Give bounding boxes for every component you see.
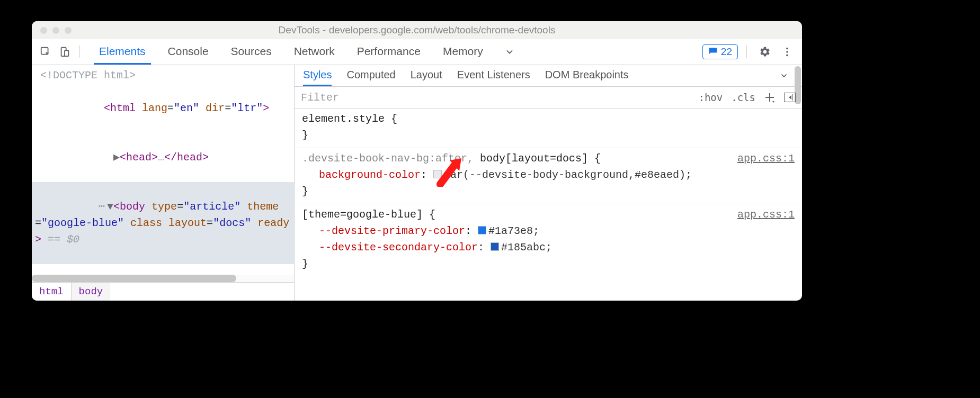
styles-filter-input[interactable] [295,87,692,108]
toolbar-divider [746,46,747,58]
svg-rect-2 [65,50,68,56]
subtab-styles[interactable]: Styles [303,65,332,86]
css-value[interactable]: #185abc; [501,241,552,254]
css-property[interactable]: --devsite-secondary-color [319,241,478,254]
dom-body-selected[interactable]: ⋯▼<body type="article" theme="google-blu… [32,182,294,264]
tab-elements[interactable]: Elements [94,39,151,65]
source-link[interactable]: app.css:1 [737,150,795,167]
dom-html-open[interactable]: <html lang="en" dir="ltr"> [32,84,294,133]
window-close-button[interactable] [40,27,47,34]
dom-head[interactable]: ▶<head>…</head> [32,133,294,182]
tab-console[interactable]: Console [163,39,214,65]
horizontal-scrollbar[interactable] [32,275,294,282]
svg-point-3 [786,48,788,50]
tab-sources[interactable]: Sources [226,39,277,65]
window-title: DevTools - developers.google.com/web/too… [32,24,802,36]
gutter-ellipsis-icon[interactable]: ⋯ [99,201,107,213]
source-link[interactable]: app.css:1 [737,206,795,223]
styles-filter-bar: :hov .cls [295,87,802,108]
style-rule-theme-google-blue[interactable]: [theme=google-blue] { app.css:1 --devsit… [295,204,802,276]
breadcrumb-body[interactable]: body [71,283,111,301]
main-tabs: Elements Console Sources Network Perform… [90,39,702,65]
styles-subtabs: Styles Computed Layout Event Listeners D… [295,65,802,87]
device-toolbar-icon[interactable] [55,42,74,61]
css-property[interactable]: background-color [319,169,421,181]
subtab-layout[interactable]: Layout [411,65,442,86]
devtools-window: DevTools - developers.google.com/web/too… [32,21,802,301]
subtab-computed[interactable]: Computed [346,65,395,86]
main-toolbar: Elements Console Sources Network Perform… [32,39,802,65]
toggle-hov-button[interactable]: :hov [698,92,723,103]
collapse-arrow-icon[interactable]: ▼ [107,201,113,213]
tab-network[interactable]: Network [289,39,340,65]
styles-rules[interactable]: element.style { } .devsite-book-nav-bg:a… [295,108,802,301]
toolbar-divider [79,46,80,58]
message-icon [708,47,718,57]
style-rule-element-style[interactable]: element.style { } [295,108,802,148]
window-titlebar: DevTools - developers.google.com/web/too… [32,21,802,39]
dom-devsite-progress[interactable]: <devsite-progress id="app-progress"></de… [32,264,294,275]
subtab-dom-breakpoints[interactable]: DOM Breakpoints [545,65,629,86]
color-swatch-icon[interactable] [478,226,486,234]
dom-tree[interactable]: <!DOCTYPE html> <html lang="en" dir="ltr… [32,65,294,275]
tab-memory[interactable]: Memory [438,39,488,65]
new-style-rule-button[interactable] [764,92,776,103]
window-minimize-button[interactable] [52,27,59,34]
color-swatch-icon[interactable] [433,170,442,178]
css-value[interactable]: #1a73e8; [488,225,539,237]
subtab-event-listeners[interactable]: Event Listeners [457,65,530,86]
inspect-element-icon[interactable] [36,42,55,61]
kebab-menu-icon[interactable] [778,42,797,61]
elements-panel: <!DOCTYPE html> <html lang="en" dir="ltr… [32,65,295,301]
message-count-value: 22 [721,46,732,58]
breadcrumb: html body [32,282,294,301]
svg-point-5 [786,55,788,57]
svg-point-4 [786,51,788,53]
breadcrumb-html[interactable]: html [32,283,71,301]
more-subtabs-icon[interactable] [774,66,794,85]
toggle-sidebar-icon[interactable] [784,93,796,102]
toggle-cls-button[interactable]: .cls [731,92,755,103]
css-value[interactable]: var(--devsite-body-background,#e8eaed); [444,169,692,181]
tab-performance[interactable]: Performance [352,39,426,65]
window-zoom-button[interactable] [65,27,72,34]
style-rule-body-layout-docs[interactable]: .devsite-book-nav-bg:after, body[layout=… [295,148,802,204]
styles-panel: Styles Computed Layout Event Listeners D… [295,65,802,301]
expand-arrow-icon[interactable]: ▶ [113,151,120,164]
settings-icon[interactable] [755,42,774,61]
more-tabs-icon[interactable] [500,42,519,61]
color-swatch-icon[interactable] [491,242,499,251]
window-traffic-lights [32,27,72,34]
css-property[interactable]: --devsite-primary-color [319,225,465,237]
console-message-count[interactable]: 22 [702,44,738,59]
dom-doctype[interactable]: <!DOCTYPE html> [32,67,294,84]
